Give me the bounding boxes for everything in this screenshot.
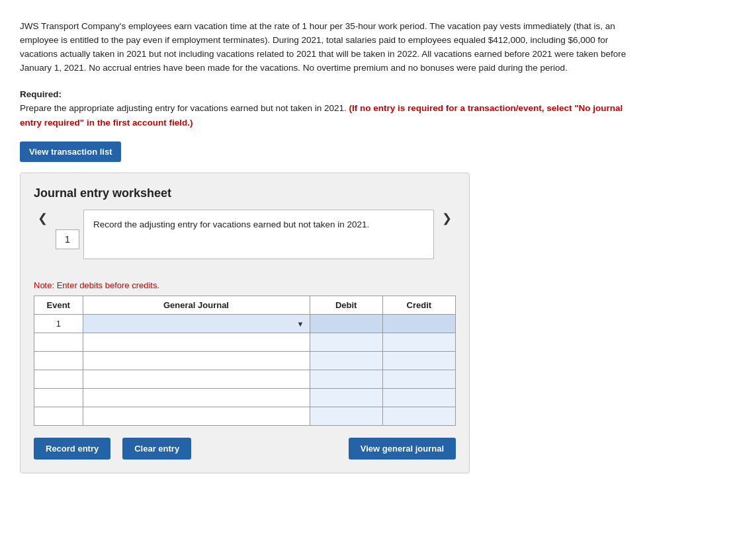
gj-input-4[interactable]	[86, 370, 292, 388]
col-header-gj: General Journal	[83, 296, 310, 315]
table-row: 1 ▼	[34, 315, 456, 333]
dropdown-arrow-1[interactable]: ▼	[297, 320, 307, 328]
credit-input-5[interactable]	[386, 393, 453, 403]
debit-cell-5[interactable]	[310, 389, 382, 407]
credit-input-1[interactable]	[386, 319, 453, 329]
gj-input-6[interactable]	[86, 407, 292, 425]
gj-cell-2[interactable]	[83, 333, 310, 352]
credit-cell-1[interactable]	[382, 315, 455, 333]
gj-cell-1[interactable]: ▼	[83, 315, 310, 333]
nav-number: 1	[56, 229, 79, 249]
clear-entry-button[interactable]: Clear entry	[122, 438, 191, 460]
event-cell-1: 1	[34, 315, 83, 333]
nav-next-chevron[interactable]: ❯	[438, 210, 456, 227]
view-general-journal-button[interactable]: View general journal	[349, 438, 456, 460]
credit-input-2[interactable]	[386, 337, 453, 347]
view-transaction-list-button[interactable]: View transaction list	[20, 141, 121, 162]
debit-input-4[interactable]	[313, 374, 380, 384]
credit-cell-4[interactable]	[382, 370, 455, 389]
credit-cell-6[interactable]	[382, 407, 455, 426]
event-cell-6	[34, 407, 83, 426]
debit-cell-1[interactable]	[310, 315, 382, 333]
gj-cell-6[interactable]	[83, 407, 310, 426]
required-label: Required:	[20, 89, 62, 99]
credit-cell-3[interactable]	[382, 352, 455, 370]
debit-input-6[interactable]	[313, 411, 380, 421]
gj-input-1[interactable]	[86, 315, 292, 333]
credit-input-4[interactable]	[386, 374, 453, 384]
event-cell-2	[34, 333, 83, 352]
worksheet-container: Journal entry worksheet ❮ 1 Record the a…	[20, 173, 470, 473]
debit-cell-6[interactable]	[310, 407, 382, 426]
event-cell-3	[34, 352, 83, 370]
debit-input-3[interactable]	[313, 356, 380, 366]
table-row	[34, 370, 456, 389]
note-text: Note: Enter debits before credits.	[34, 280, 456, 290]
credit-cell-5[interactable]	[382, 389, 455, 407]
table-row	[34, 333, 456, 352]
table-row	[34, 407, 456, 426]
col-header-debit: Debit	[310, 296, 382, 315]
col-header-event: Event	[34, 296, 83, 315]
gj-input-2[interactable]	[86, 333, 292, 351]
credit-input-3[interactable]	[386, 356, 453, 366]
debit-cell-4[interactable]	[310, 370, 382, 389]
credit-cell-2[interactable]	[382, 333, 455, 352]
debit-cell-3[interactable]	[310, 352, 382, 370]
intro-paragraph: JWS Transport Company's employees earn v…	[20, 20, 642, 75]
gj-cell-4[interactable]	[83, 370, 310, 389]
debit-input-2[interactable]	[313, 337, 380, 347]
worksheet-title: Journal entry worksheet	[34, 186, 456, 200]
required-instruction-normal: Prepare the appropriate adjusting entry …	[20, 103, 347, 113]
record-entry-button[interactable]: Record entry	[34, 438, 110, 460]
col-header-credit: Credit	[382, 296, 455, 315]
journal-table: Event General Journal Debit Credit 1 ▼	[34, 296, 456, 426]
event-cell-4	[34, 370, 83, 389]
debit-input-5[interactable]	[313, 393, 380, 403]
debit-input-1[interactable]	[313, 319, 380, 329]
gj-input-5[interactable]	[86, 389, 292, 407]
credit-input-6[interactable]	[386, 411, 453, 421]
table-row	[34, 389, 456, 407]
table-row	[34, 352, 456, 370]
gj-cell-5[interactable]	[83, 389, 310, 407]
button-row: Record entry Clear entry View general jo…	[34, 438, 456, 460]
gj-input-3[interactable]	[86, 352, 292, 370]
debit-cell-2[interactable]	[310, 333, 382, 352]
entry-description: Record the adjusting entry for vacations…	[83, 210, 434, 259]
event-cell-5	[34, 389, 83, 407]
gj-cell-3[interactable]	[83, 352, 310, 370]
required-section: Required: Prepare the appropriate adjust…	[20, 87, 642, 130]
nav-prev-chevron[interactable]: ❮	[34, 210, 52, 227]
